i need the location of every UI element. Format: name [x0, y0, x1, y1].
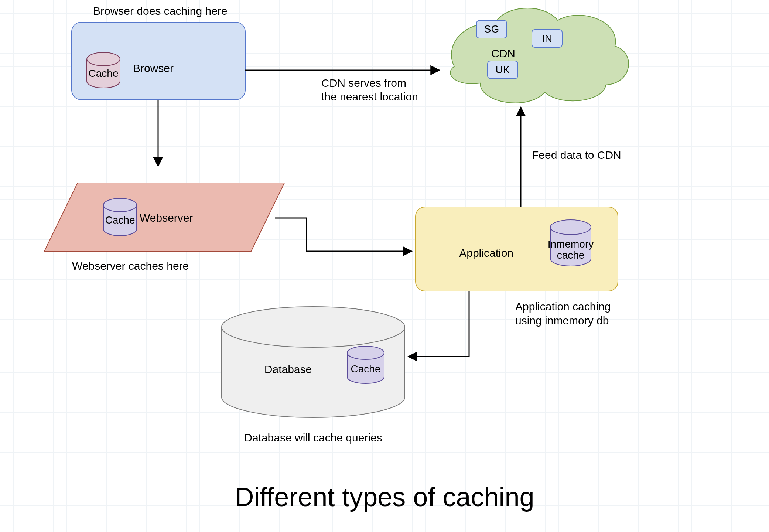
edge-application-to-cdn: Feed data to CDN [521, 107, 621, 207]
database-node: Database Cache Database will cache queri… [222, 307, 405, 444]
database-cache-cylinder: Cache [347, 346, 384, 383]
cdn-node: CDN SG IN UK [450, 8, 629, 103]
application-caption-1: Application caching [515, 300, 611, 313]
cdn-label: CDN [491, 47, 515, 59]
edge-application-to-database [408, 291, 469, 357]
webserver-cache-label: Cache [105, 214, 135, 226]
application-cache-cylinder: Inmemory cache [548, 220, 594, 266]
svg-text:CDN serves from: CDN serves from [321, 77, 406, 89]
svg-point-13 [103, 198, 137, 212]
svg-point-1 [87, 52, 120, 66]
diagram-title: Different types of caching [235, 482, 534, 512]
cdn-region-in: IN [532, 30, 562, 47]
browser-label: Browser [133, 62, 174, 74]
browser-node: Browser does caching here Cache Browser [72, 5, 245, 100]
database-caption: Database will cache queries [244, 432, 382, 444]
cdn-region-sg: SG [476, 20, 507, 38]
svg-point-15 [550, 220, 591, 235]
svg-point-19 [222, 307, 405, 347]
svg-text:Inmemory: Inmemory [548, 238, 594, 250]
webserver-cache-cylinder: Cache [103, 198, 137, 236]
database-cache-label: Cache [351, 363, 381, 375]
browser-caption: Browser does caching here [93, 5, 228, 17]
application-caption-2: using inmemory db [515, 314, 609, 327]
webserver-label: Webserver [140, 212, 193, 224]
edge-browser-to-cdn: CDN serves from the nearest location [245, 70, 440, 103]
application-label: Application [459, 247, 513, 259]
svg-point-20 [347, 346, 384, 359]
svg-text:cache: cache [557, 249, 585, 261]
webserver-node: Cache Webserver Webserver caches here [44, 183, 284, 272]
svg-text:IN: IN [542, 33, 552, 44]
database-label: Database [264, 363, 312, 375]
browser-cache-label: Cache [89, 68, 119, 79]
browser-cache-cylinder: Cache [87, 52, 120, 88]
svg-text:the nearest location: the nearest location [321, 91, 418, 103]
diagram-canvas: Browser does caching here Cache Browser … [0, 0, 769, 532]
svg-text:SG: SG [484, 23, 499, 35]
edge-webserver-to-application [275, 218, 412, 251]
application-node: Application Inmemory cache Application c… [416, 207, 618, 327]
svg-text:UK: UK [496, 64, 510, 75]
cdn-region-uk: UK [488, 61, 518, 79]
feed-cdn-label: Feed data to CDN [532, 149, 621, 161]
webserver-caption: Webserver caches here [72, 260, 189, 272]
